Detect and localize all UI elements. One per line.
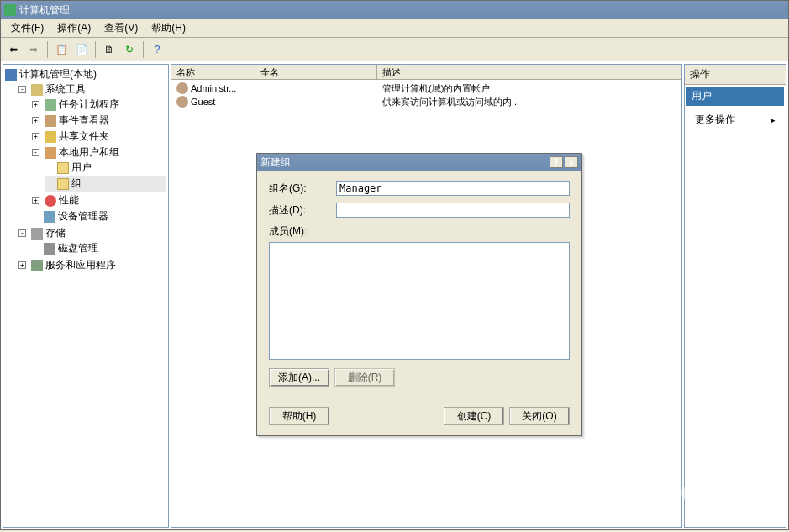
- col-fullname[interactable]: 全名: [255, 65, 377, 79]
- actions-more[interactable]: 更多操作: [685, 108, 786, 132]
- add-button[interactable]: 添加(A)...: [269, 368, 329, 387]
- group-name-input[interactable]: [336, 181, 570, 196]
- cell-description: 供来宾访问计算机或访问域的内...: [379, 96, 680, 108]
- tree-disk-management[interactable]: 磁盘管理: [58, 241, 98, 255]
- menubar: 文件(F) 操作(A) 查看(V) 帮助(H): [1, 19, 788, 38]
- col-name[interactable]: 名称: [171, 65, 255, 79]
- tree-groups[interactable]: 组: [71, 176, 82, 191]
- members-label: 成员(M):: [269, 224, 570, 239]
- scheduler-icon: [45, 99, 56, 111]
- expand-icon[interactable]: +: [32, 101, 39, 108]
- help-button-icon[interactable]: ?: [550, 156, 563, 168]
- up-button[interactable]: 📋: [52, 40, 71, 59]
- tree-performance[interactable]: 性能: [59, 193, 79, 208]
- shared-icon: [45, 131, 56, 143]
- toolbar-separator: [95, 41, 96, 58]
- description-label: 描述(D):: [269, 203, 336, 218]
- group-name-label: 组名(G):: [269, 182, 336, 196]
- create-button[interactable]: 创建(C): [444, 407, 504, 425]
- eventviewer-icon: [45, 115, 56, 127]
- toolbar-separator: [143, 41, 144, 58]
- cell-description: 管理计算机(域)的内置帐户: [379, 82, 680, 95]
- device-icon: [44, 211, 55, 223]
- help-button[interactable]: 帮助(H): [269, 407, 329, 425]
- close-button[interactable]: 关闭(O): [509, 407, 570, 425]
- folder-icon: [57, 178, 69, 190]
- menu-view[interactable]: 查看(V): [97, 18, 145, 38]
- remove-button[interactable]: 删除(R): [334, 368, 395, 387]
- collapse-icon[interactable]: -: [18, 229, 26, 237]
- user-icon: [176, 96, 188, 108]
- refresh-button[interactable]: ↻: [120, 40, 139, 59]
- forward-button[interactable]: ➡: [24, 40, 43, 59]
- dialog-titlebar[interactable]: 新建组 ? ×: [257, 154, 581, 171]
- export-button[interactable]: 🗎: [100, 40, 118, 59]
- cell-name: Administr...: [191, 83, 236, 93]
- tree-root[interactable]: 计算机管理(本地): [19, 67, 97, 82]
- tree-shared-folders[interactable]: 共享文件夹: [59, 129, 109, 144]
- back-button[interactable]: ⬅: [4, 40, 23, 59]
- dialog-body: 组名(G): 描述(D): 成员(M): 添加(A)... 删除(R) 帮助(H…: [257, 171, 581, 435]
- tree-system-tools[interactable]: 系统工具: [45, 82, 86, 97]
- col-description[interactable]: 描述: [377, 65, 681, 79]
- user-icon: [176, 82, 188, 94]
- window-title: 计算机管理: [19, 3, 70, 18]
- titlebar[interactable]: 计算机管理: [1, 1, 788, 19]
- actions-title: 操作: [685, 65, 786, 85]
- description-input[interactable]: [336, 203, 570, 218]
- expand-icon[interactable]: +: [18, 261, 26, 269]
- list-header: 名称 全名 描述: [171, 65, 681, 80]
- tree-task-scheduler[interactable]: 任务计划程序: [59, 97, 119, 112]
- collapse-icon[interactable]: -: [18, 86, 26, 93]
- list-row[interactable]: Guest 供来宾访问计算机或访问域的内...: [173, 95, 680, 108]
- storage-icon: [31, 228, 43, 240]
- actions-pane: 操作 用户 更多操作: [684, 64, 786, 528]
- tools-icon: [31, 84, 43, 96]
- members-listbox[interactable]: [269, 242, 570, 360]
- folder-icon: [57, 162, 69, 174]
- expand-icon[interactable]: +: [32, 133, 39, 140]
- computer-icon: [5, 69, 17, 81]
- tree-device-manager[interactable]: 设备管理器: [58, 209, 108, 224]
- tree-event-viewer[interactable]: 事件查看器: [59, 113, 109, 128]
- props-button[interactable]: 📄: [72, 40, 91, 59]
- close-icon[interactable]: ×: [565, 156, 578, 168]
- tree-users[interactable]: 用户: [71, 161, 92, 175]
- app-icon: [4, 4, 16, 16]
- menu-action[interactable]: 操作(A): [50, 18, 97, 38]
- expand-icon[interactable]: +: [32, 197, 39, 204]
- toolbar-separator: [47, 41, 48, 58]
- services-icon: [31, 260, 43, 271]
- tree-local-users-groups[interactable]: 本地用户和组: [59, 145, 119, 160]
- disk-icon: [44, 243, 55, 255]
- collapse-icon[interactable]: -: [32, 149, 39, 156]
- cell-name: Guest: [191, 97, 215, 107]
- list-row[interactable]: Administr... 管理计算机(域)的内置帐户: [173, 82, 680, 95]
- actions-section[interactable]: 用户: [686, 87, 784, 106]
- toolbar: ⬅ ➡ 📋 📄 🗎 ↻ ?: [1, 38, 788, 61]
- tree-services[interactable]: 服务和应用程序: [45, 258, 116, 272]
- help-button[interactable]: ?: [148, 40, 166, 59]
- menu-file[interactable]: 文件(F): [4, 18, 50, 38]
- usersgroups-icon: [45, 147, 56, 159]
- new-group-dialog: 新建组 ? × 组名(G): 描述(D): 成员(M): 添加(A)... 删除…: [256, 153, 582, 436]
- expand-icon[interactable]: +: [32, 117, 39, 124]
- dialog-title: 新建组: [260, 155, 548, 170]
- tree-pane[interactable]: 计算机管理(本地) -系统工具 +任务计划程序 +事件查看器 +共享文件夹 -本…: [3, 64, 169, 528]
- menu-help[interactable]: 帮助(H): [145, 18, 192, 38]
- performance-icon: [45, 195, 56, 207]
- tree-storage[interactable]: 存储: [45, 226, 66, 240]
